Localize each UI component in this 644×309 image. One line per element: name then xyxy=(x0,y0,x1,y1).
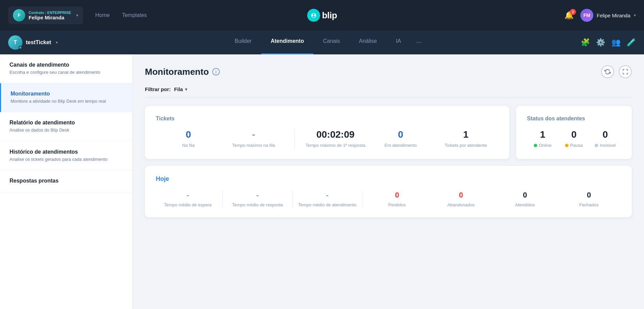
filter-row: Filtrar por: Fila ▾ xyxy=(145,86,632,98)
invisivel-dot xyxy=(595,144,598,147)
ticket-stat-label: Tickets por atendente xyxy=(433,143,498,149)
header-actions xyxy=(601,65,632,78)
hoje-title: Hoje xyxy=(156,175,621,183)
cards-row: Tickets 0 Na fila - Tempo máximo na fila… xyxy=(145,106,632,159)
contract-selector[interactable]: F Contrato | ENTERPRISE Felipe Miranda ▾ xyxy=(8,6,83,24)
hoje-stat-fechados: 0 Fechados xyxy=(557,191,621,207)
sub-nav-icons: 🧩 ⚙️ 👥 🧪 xyxy=(581,38,636,47)
sidebar-item-canais-atendimento[interactable]: Canais de atendimento Escolha e configur… xyxy=(0,54,132,83)
filter-select[interactable]: Fila ▾ xyxy=(174,86,187,92)
refresh-button[interactable] xyxy=(601,65,614,78)
notifications-button[interactable]: 🔔 3 xyxy=(564,11,574,20)
sidebar-item-title: Respostas prontas xyxy=(10,178,123,184)
tab-analise[interactable]: Análise xyxy=(349,31,386,54)
hoje-divider xyxy=(222,191,223,208)
ticket-divider xyxy=(294,129,295,150)
hoje-stat-label: Tempo médio de espera xyxy=(156,202,220,207)
hoje-stats: - Tempo médio de espera - Tempo médio de… xyxy=(156,191,621,208)
ticket-stat-tempo-resposta: 00:02:09 Tempo máximo de 1ª resposta xyxy=(303,129,368,149)
sidebar-item-desc: Analise os dados do Blip Desk xyxy=(10,127,123,133)
online-dot xyxy=(534,144,537,147)
tab-atendimento[interactable]: Atendimento xyxy=(261,31,314,54)
status-stat-invisivel: 0 Invisível xyxy=(590,129,621,148)
ticket-stat-value: 0 xyxy=(368,129,433,140)
ticket-stat-na-fila: 0 Na fila xyxy=(156,129,221,149)
status-stat-online: 1 Online xyxy=(527,129,558,148)
sidebar-item-relatorio[interactable]: Relatório de atendimento Analise os dado… xyxy=(0,112,132,141)
sub-nav-tabs: Builder Atendimento Canais Análise IA ··… xyxy=(71,31,581,54)
blip-logo-icon xyxy=(307,9,320,22)
tickets-stats: 0 Na fila - Tempo máximo na fila 00:02:0… xyxy=(156,129,498,150)
tab-more[interactable]: ··· xyxy=(411,31,427,54)
nav-home[interactable]: Home xyxy=(95,12,110,18)
hoje-stat-label: Tempo médio de atendimento xyxy=(295,202,359,207)
sidebar-item-desc: Escolha e configure seu canal de atendim… xyxy=(10,69,123,75)
sidebar: Canais de atendimento Escolha e configur… xyxy=(0,54,133,309)
hoje-stat-tempo-resposta: - Tempo médio de resposta xyxy=(226,191,290,207)
ticket-stat-value: 1 xyxy=(433,129,498,140)
hoje-stat-value: 0 xyxy=(557,191,621,200)
user-menu[interactable]: FM Felipe Miranda ▾ xyxy=(580,9,636,22)
contract-avatar: F xyxy=(13,9,25,21)
user-name: Felipe Miranda xyxy=(597,13,630,18)
user-chevron-icon: ▾ xyxy=(634,13,636,18)
page-title-row: Monitoramento i xyxy=(145,67,220,77)
contract-name: Felipe Miranda xyxy=(29,15,73,20)
hoje-stat-tempo-espera: - Tempo médio de espera xyxy=(156,191,220,207)
settings-icon[interactable]: ⚙️ xyxy=(596,38,605,47)
status-stat-label: Pausa xyxy=(558,143,590,148)
nav-templates[interactable]: Templates xyxy=(122,12,147,18)
tab-ia[interactable]: IA xyxy=(386,31,411,54)
blip-logo: blip xyxy=(307,9,337,22)
main-content: Monitoramento i Filtrar por: xyxy=(133,54,644,309)
page-header: Monitoramento i xyxy=(145,65,632,78)
hoje-stat-value: 0 xyxy=(429,191,493,200)
hoje-card: Hoje - Tempo médio de espera - Tempo méd… xyxy=(145,166,632,217)
tickets-card-title: Tickets xyxy=(156,116,498,122)
hoje-divider xyxy=(362,191,362,208)
content-area: Canais de atendimento Escolha e configur… xyxy=(0,54,644,309)
hoje-stat-value: - xyxy=(295,191,359,200)
status-stat-label: Online xyxy=(527,143,558,148)
lab-icon[interactable]: 🧪 xyxy=(627,38,636,47)
chevron-down-icon: ▾ xyxy=(76,13,78,18)
people-icon[interactable]: 👥 xyxy=(611,38,621,47)
info-icon[interactable]: i xyxy=(212,68,220,75)
ticket-stat-tempo-max-fila: - Tempo máximo na fila xyxy=(221,129,286,149)
hoje-stat-perdidos: 0 Perdidos xyxy=(365,191,429,207)
filter-chevron-icon: ▾ xyxy=(185,87,187,92)
sub-nav: T testTicket ▾ Builder Atendimento Canai… xyxy=(0,31,644,54)
tab-builder[interactable]: Builder xyxy=(225,31,261,54)
hoje-stat-abandonados: 0 Abandonados xyxy=(429,191,493,207)
hoje-stat-label: Perdidos xyxy=(365,202,429,207)
hoje-stat-label: Fechados xyxy=(557,202,621,207)
bot-selector[interactable]: T testTicket ▾ xyxy=(8,35,58,50)
tab-canais[interactable]: Canais xyxy=(313,31,349,54)
sidebar-item-respostas[interactable]: Respostas prontas xyxy=(0,170,132,193)
top-nav: F Contrato | ENTERPRISE Felipe Miranda ▾… xyxy=(0,0,644,31)
bot-status-dot xyxy=(19,46,22,49)
top-nav-right: 🔔 3 FM Felipe Miranda ▾ xyxy=(564,9,636,22)
status-card: Status dos atendentes 1 Online 0 Paus xyxy=(516,106,632,159)
hoje-stat-label: Atendidos xyxy=(493,202,557,207)
sidebar-item-historico[interactable]: Histórico de atendimentos Analise os tic… xyxy=(0,141,132,170)
hoje-stat-label: Abandonados xyxy=(429,202,493,207)
status-stat-value: 0 xyxy=(590,129,621,140)
top-nav-links: Home Templates xyxy=(95,12,147,18)
hoje-stat-value: 0 xyxy=(365,191,429,200)
blip-logo-text: blip xyxy=(322,10,337,21)
ticket-stat-em-atendimento: 0 Em atendimento xyxy=(368,129,433,149)
hoje-stat-value: - xyxy=(226,191,290,200)
hoje-stat-tempo-atendimento: - Tempo médio de atendimento xyxy=(295,191,359,207)
sidebar-item-monitoramento[interactable]: Monitoramento Monitore a atividade no Bl… xyxy=(0,83,132,112)
fullscreen-button[interactable] xyxy=(619,65,632,78)
status-stat-value: 0 xyxy=(558,129,590,140)
contract-label: Contrato | ENTERPRISE xyxy=(29,11,73,15)
sidebar-item-desc: Analise os tickets gerados para cada ate… xyxy=(10,156,123,162)
status-stats: 1 Online 0 Pausa 0 xyxy=(527,129,621,148)
page-title: Monitoramento xyxy=(145,67,209,77)
puzzle-icon[interactable]: 🧩 xyxy=(581,38,590,47)
status-stat-pausa: 0 Pausa xyxy=(558,129,590,148)
status-stat-value: 1 xyxy=(527,129,558,140)
sidebar-item-title: Canais de atendimento xyxy=(10,62,123,68)
